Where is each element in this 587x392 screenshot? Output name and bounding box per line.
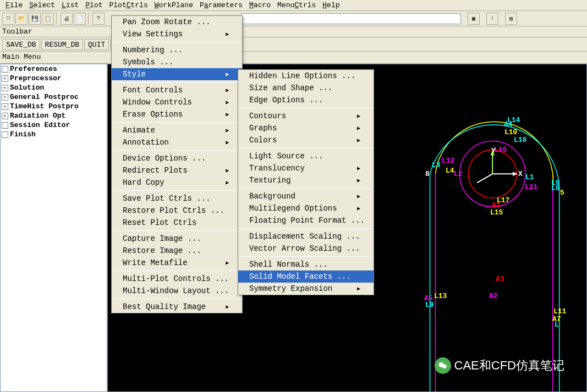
menu-item[interactable]: Redirect Plots▶ <box>112 164 242 176</box>
menu-item-label: Multi-Window Layout ... <box>123 286 229 295</box>
menu-item[interactable]: Restore Plot Ctrls ... <box>112 205 242 217</box>
menubar-item-help[interactable]: Help <box>319 0 343 10</box>
menu-item[interactable]: Contours▶ <box>238 110 374 122</box>
tree-item[interactable]: +General Postproc <box>1 92 107 102</box>
menu-item[interactable]: Background▶ <box>238 190 374 202</box>
tree-item[interactable]: +Preprocessor <box>1 74 107 83</box>
tree-item[interactable]: Finish <box>1 130 107 139</box>
menubar-item-menuctrls[interactable]: MenuCtrls <box>274 0 319 10</box>
submenu-arrow-icon: ▶ <box>357 205 360 212</box>
help-icon[interactable]: ? <box>92 13 105 25</box>
menu-item[interactable]: Light Source ... <box>238 150 374 162</box>
menubar-item-macro[interactable]: Macro <box>246 0 274 10</box>
expand-icon[interactable]: + <box>2 113 8 119</box>
menu-item[interactable]: Window Controls▶ <box>112 96 242 108</box>
geom-label: X <box>518 170 523 178</box>
copy-icon[interactable]: 📋 <box>42 13 54 25</box>
menu-item-label: Style <box>123 70 146 79</box>
tb-icon-b[interactable]: ↕ <box>486 13 498 25</box>
geom-label: A2 <box>489 292 498 300</box>
submenu-arrow-icon: ▶ <box>226 139 229 146</box>
expand-icon[interactable]: + <box>2 75 8 82</box>
style-submenu[interactable]: Hidden Line Options ...Size and Shape ..… <box>238 69 374 295</box>
menu-item[interactable]: Translucency▶ <box>238 162 374 174</box>
menu-item[interactable]: Erase Options▶ <box>112 108 242 120</box>
geom-label: A3 <box>496 275 504 283</box>
plotctrls-menu[interactable]: Pan Zoom Rotate ...View Settings▶Numberi… <box>111 15 243 313</box>
tree-item[interactable]: +TimeHist Postpro <box>1 102 107 111</box>
tree-item[interactable]: +Radiation Opt <box>1 111 107 120</box>
menu-item[interactable]: Multi-Window Layout ... <box>112 285 242 297</box>
menu-item[interactable]: Style▶ <box>112 68 242 80</box>
menu-item[interactable]: Pan Zoom Rotate ... <box>112 16 242 28</box>
menu-separator <box>239 256 372 257</box>
menu-item[interactable]: View Settings▶ <box>112 28 242 40</box>
menu-item[interactable]: Capture Image ... <box>112 233 242 245</box>
submenu-arrow-icon: ▶ <box>226 167 229 174</box>
menu-item[interactable]: Graphs▶ <box>238 122 374 134</box>
tree-item[interactable]: +Solution <box>1 83 107 92</box>
menu-item[interactable]: Displacement Scaling ... <box>238 230 374 242</box>
menu-item-label: Save Plot Ctrls ... <box>123 194 211 203</box>
menu-item-label: Solid Model Facets ... <box>249 272 351 281</box>
menu-separator <box>113 299 241 299</box>
tree-label: General Postproc <box>10 93 79 101</box>
menubar-item-workplane[interactable]: WorkPlane <box>151 0 196 10</box>
menu-item[interactable]: Edge Options ... <box>238 94 374 106</box>
menu-item[interactable]: Restore Image ... <box>112 245 242 257</box>
menu-item[interactable]: Multilegend Options▶ <box>238 202 374 214</box>
menu-item[interactable]: Multi-Plot Controls ... <box>112 273 242 285</box>
menubar-item-plotctrls[interactable]: PlotCtrls <box>106 0 151 10</box>
submenu-arrow-icon: ▶ <box>226 31 229 37</box>
submenu-arrow-icon: ▶ <box>226 71 229 78</box>
menu-item[interactable]: Shell Normals ... <box>238 258 374 270</box>
expand-icon[interactable]: + <box>2 103 8 110</box>
menu-item[interactable]: Symmetry Expansion▶ <box>238 283 374 295</box>
tb-button-resum_db[interactable]: RESUM_DB <box>41 39 83 50</box>
menu-item[interactable]: Write Metafile▶ <box>112 257 242 269</box>
menu-item-label: Font Controls <box>123 86 183 95</box>
report-icon[interactable]: 📄 <box>74 13 86 25</box>
menu-item[interactable]: Floating Point Format ... <box>238 214 374 227</box>
menu-item[interactable]: Animate▶ <box>112 124 242 136</box>
menu-separator <box>239 228 372 229</box>
tb-button-quit[interactable]: QUIT <box>84 39 109 50</box>
new-icon[interactable]: □ <box>2 13 14 25</box>
combo-box[interactable] <box>241 13 461 24</box>
menu-item[interactable]: Device Options ... <box>112 152 242 164</box>
menubar-item-select[interactable]: Select <box>26 0 58 10</box>
toolbar-buttons-row: SAVE_DBRESUM_DBQUITP <box>0 37 587 52</box>
menu-item[interactable]: Hidden Line Options ... <box>238 70 374 82</box>
save-icon[interactable]: 💾 <box>29 13 41 25</box>
menubar-item-list[interactable]: List <box>58 0 82 10</box>
menu-item[interactable]: Annotation▶ <box>112 136 242 148</box>
menu-item[interactable]: Symbols ... <box>112 56 242 68</box>
menu-item[interactable]: Hard Copy▶ <box>112 176 242 189</box>
menubar-item-plot[interactable]: Plot <box>82 0 106 10</box>
menu-item-label: Numbering ... <box>123 46 183 54</box>
menu-item[interactable]: Reset Plot Ctrls <box>112 217 242 229</box>
menu-item[interactable]: Font Controls▶ <box>112 84 242 96</box>
menu-item[interactable]: Size and Shape ... <box>238 82 374 94</box>
tb-button-save_db[interactable]: SAVE_DB <box>2 39 40 50</box>
menubar-item-parameters[interactable]: Parameters <box>196 0 246 10</box>
menubar-item-file[interactable]: File <box>2 0 26 10</box>
menu-separator <box>113 230 241 231</box>
menu-item[interactable]: Numbering ... <box>112 44 242 56</box>
menu-item-label: Shell Normals ... <box>249 260 328 269</box>
menu-item[interactable]: Best Quality Image▶ <box>112 301 242 313</box>
menu-item[interactable]: Save Plot Ctrls ... <box>112 192 242 205</box>
print-icon[interactable]: 🖨 <box>61 13 73 25</box>
menu-item[interactable]: Texturing▶ <box>238 174 374 186</box>
expand-icon[interactable]: + <box>2 85 8 91</box>
expand-icon[interactable]: + <box>2 94 8 101</box>
menu-item[interactable]: Solid Model Facets ... <box>238 270 374 283</box>
menu-item-label: Restore Image ... <box>123 246 201 255</box>
tb-icon-a[interactable]: ▦ <box>468 13 480 25</box>
tree-item[interactable]: Session Editor <box>1 120 107 130</box>
open-icon[interactable]: 📂 <box>15 13 28 25</box>
tb-icon-c[interactable]: ▤ <box>505 13 517 25</box>
menu-item[interactable]: Vector Arrow Scaling ... <box>238 242 374 255</box>
tree-item[interactable]: Preferences <box>1 64 107 74</box>
menu-item[interactable]: Colors▶ <box>238 134 374 146</box>
